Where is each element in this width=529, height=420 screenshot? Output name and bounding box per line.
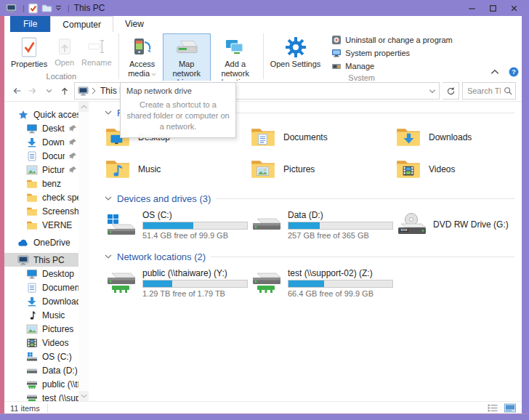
map-network-drive-icon bbox=[175, 36, 198, 58]
tab-view[interactable]: View bbox=[113, 16, 156, 32]
manage-button[interactable]: Manage bbox=[327, 60, 456, 73]
folder-tile[interactable]: Videos bbox=[395, 154, 522, 185]
sidebar-item[interactable]: Documents bbox=[4, 149, 78, 163]
rename-label: Rename bbox=[81, 58, 112, 68]
back-button[interactable] bbox=[10, 84, 23, 97]
access-media-label: Access media bbox=[126, 60, 159, 78]
drive-plain-icon bbox=[250, 212, 282, 237]
folder-tile[interactable]: Downloads bbox=[395, 122, 522, 153]
address-bar: This PC bbox=[4, 81, 522, 102]
documents-sm-icon bbox=[26, 151, 38, 161]
folder-tile[interactable]: Documents bbox=[250, 122, 395, 153]
thumbnails-view-button[interactable] bbox=[504, 403, 516, 413]
capacity-bar bbox=[288, 222, 393, 230]
sidebar-scrollbar[interactable] bbox=[78, 102, 89, 401]
network-drive-tile[interactable]: public (\\thaiware) (Y:) 1.29 TB free of… bbox=[105, 266, 250, 299]
uninstall-program-button[interactable]: Uninstall or change a program bbox=[327, 33, 456, 47]
search-box[interactable] bbox=[462, 82, 516, 100]
drive-tile[interactable]: OS (C:) 51.4 GB free of 99.9 GB bbox=[105, 208, 250, 241]
close-button[interactable] bbox=[509, 4, 519, 13]
folder-pictures-icon bbox=[250, 158, 276, 180]
system-properties-button[interactable]: System properties bbox=[327, 47, 456, 60]
title-bar[interactable]: | | This PC bbox=[0, 0, 529, 16]
desktop-background: | | This PC File Computer View Propertie… bbox=[0, 0, 529, 420]
drive-tile[interactable]: DVD DVD RW Drive (G:) bbox=[395, 208, 522, 241]
downloads-sm-icon bbox=[26, 296, 38, 307]
drive-free-space: 51.4 GB free of 99.9 GB bbox=[142, 231, 248, 240]
drive-name: DVD RW Drive (G:) bbox=[433, 219, 509, 230]
sidebar-item[interactable]: Screenshots bbox=[4, 204, 78, 218]
sidebar-item[interactable]: Quick access bbox=[4, 108, 78, 121]
rename-button[interactable]: Rename bbox=[78, 33, 116, 70]
drive-tile[interactable]: Data (D:) 257 GB free of 365 GB bbox=[250, 208, 395, 241]
folder-label: Videos bbox=[429, 164, 455, 174]
sidebar-item[interactable]: Music bbox=[4, 308, 78, 322]
sidebar-item[interactable]: Pictures bbox=[4, 322, 78, 336]
chevron-down-icon[interactable] bbox=[105, 254, 112, 259]
devices-section-header[interactable]: Devices and drives (3) bbox=[105, 192, 522, 205]
sidebar-item[interactable]: OneDrive bbox=[4, 235, 78, 249]
recent-locations-caret[interactable] bbox=[42, 84, 55, 97]
sidebar-item[interactable]: Downloads bbox=[4, 135, 78, 149]
refresh-button[interactable] bbox=[443, 82, 459, 100]
sidebar-item[interactable]: Documents bbox=[4, 280, 78, 294]
sidebar-item[interactable]: Desktop bbox=[4, 267, 78, 280]
system-properties-icon bbox=[331, 48, 342, 58]
sidebar-item[interactable]: Data (D:) bbox=[4, 363, 78, 377]
open-settings-button[interactable]: Open Settings bbox=[267, 33, 325, 71]
drive-network-icon bbox=[105, 270, 137, 295]
sidebar-item[interactable]: This PC bbox=[4, 253, 78, 267]
qat-new-folder-icon[interactable] bbox=[41, 3, 52, 14]
access-media-button[interactable]: Access media bbox=[122, 33, 163, 80]
open-button[interactable]: Open bbox=[51, 33, 78, 70]
section-rule bbox=[216, 198, 514, 199]
window-title: This PC bbox=[74, 3, 105, 13]
sidebar-item[interactable]: public (\\thaiware) (Y:) bbox=[4, 377, 78, 391]
pictures-sm-icon bbox=[26, 324, 38, 334]
tooltip-body: Create a shortcut to a shared folder or … bbox=[126, 100, 230, 132]
sidebar-item[interactable]: benz bbox=[4, 177, 78, 190]
search-icon[interactable] bbox=[504, 86, 512, 95]
scroll-down-button[interactable] bbox=[78, 391, 89, 401]
network-section-header[interactable]: Network locations (2) bbox=[105, 250, 522, 263]
tab-computer[interactable]: Computer bbox=[50, 16, 113, 32]
drive-sm-icon bbox=[26, 366, 38, 376]
up-button[interactable] bbox=[58, 84, 71, 97]
ribbon-group-system: Open Settings Uninstall or change a prog… bbox=[264, 32, 460, 81]
properties-button[interactable]: Properties bbox=[7, 33, 51, 71]
search-input[interactable] bbox=[466, 86, 502, 96]
manage-icon bbox=[331, 61, 342, 71]
sidebar-item[interactable]: Downloads bbox=[4, 294, 78, 308]
sidebar-item[interactable]: Desktop bbox=[4, 121, 78, 135]
ribbon-group-network: Access media Map network drive Add a net… bbox=[119, 32, 263, 81]
sidebar-item[interactable]: VERNE bbox=[4, 218, 78, 232]
scroll-up-button[interactable] bbox=[78, 102, 89, 112]
sidebar-item[interactable]: OS (C:) bbox=[4, 350, 78, 363]
details-view-button[interactable] bbox=[487, 403, 498, 413]
network-drive-tile[interactable]: test (\\support-02) (Z:) 66.4 GB free of… bbox=[250, 266, 395, 299]
address-dropdown-caret[interactable] bbox=[429, 89, 436, 94]
folder-tile[interactable]: Music bbox=[105, 154, 250, 185]
chevron-down-icon[interactable] bbox=[105, 110, 112, 115]
sidebar-item[interactable]: Pictures bbox=[4, 163, 78, 177]
maximize-button[interactable] bbox=[488, 4, 498, 13]
sidebar-item[interactable]: check spec bbox=[4, 190, 78, 204]
manage-label: Manage bbox=[345, 62, 374, 70]
help-icon[interactable]: ? bbox=[509, 67, 519, 77]
ribbon-collapse-icon[interactable] bbox=[490, 67, 500, 77]
open-icon bbox=[55, 36, 74, 57]
sidebar-item[interactable]: test (\\support-02) (Z:) bbox=[4, 391, 78, 401]
chevron-down-icon[interactable] bbox=[105, 196, 112, 201]
forward-button[interactable] bbox=[26, 84, 39, 97]
qat-customize-icon[interactable] bbox=[55, 5, 62, 11]
chevron-right-icon[interactable] bbox=[92, 87, 96, 94]
tab-file[interactable]: File bbox=[10, 16, 50, 32]
minimize-button[interactable] bbox=[467, 4, 477, 13]
drive-os-sm-icon bbox=[26, 352, 38, 362]
titlebar-separator: | bbox=[23, 4, 25, 12]
sidebar-item[interactable]: Videos bbox=[4, 336, 78, 350]
network-section-title: Network locations (2) bbox=[117, 251, 206, 262]
qat-properties-icon[interactable] bbox=[28, 3, 39, 14]
folder-tile[interactable]: Pictures bbox=[250, 154, 395, 185]
folder-plain-sm-icon bbox=[26, 220, 38, 230]
